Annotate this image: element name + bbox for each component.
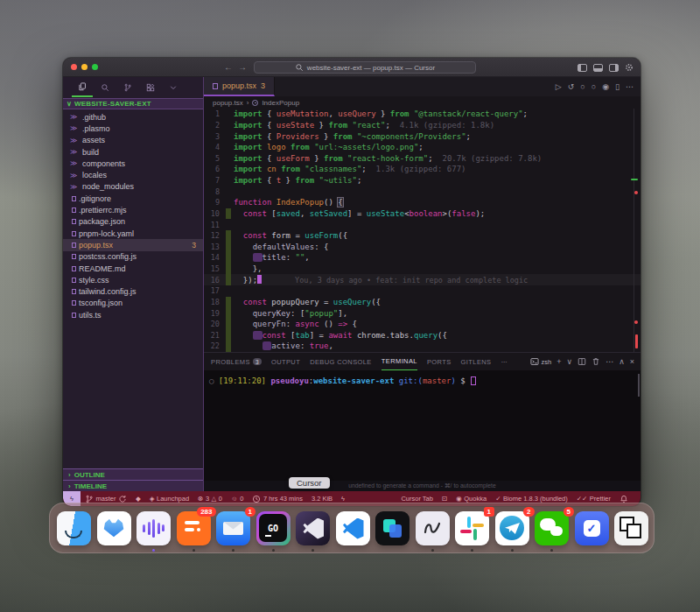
sidebar-section-outline[interactable]: ›OUTLINE — [63, 468, 203, 480]
code-line-20[interactable]: 20 queryFn: async () => { — [204, 319, 640, 330]
tree-item-.prettierrc.mjs[interactable]: .prettierrc.mjs — [63, 204, 203, 215]
code-line-2[interactable]: 2import { useState } from "react"; 4.1k … — [204, 120, 640, 131]
back-button[interactable]: ← — [224, 62, 238, 72]
code-line-11[interactable]: 11 — [204, 219, 640, 230]
close-button[interactable] — [71, 64, 77, 70]
forward-button[interactable]: → — [238, 62, 252, 72]
tree-item-README.md[interactable]: README.md — [63, 263, 203, 274]
next-change-button[interactable]: ○ — [592, 83, 596, 91]
maximize-panel-button[interactable]: ∧ — [619, 358, 625, 366]
dock-audio-waveform-app[interactable] — [136, 511, 171, 545]
dock-things[interactable]: ✓ — [575, 511, 609, 545]
new-terminal-button[interactable]: + — [556, 358, 561, 366]
panel-tab-debug-console[interactable]: DEBUG CONSOLE — [310, 353, 372, 370]
dock-slack[interactable]: 1 — [455, 511, 489, 545]
statusbar-extension-indicator[interactable]: ⊡ — [442, 496, 447, 503]
code-line-4[interactable]: 4import logo from "url:~assets/logo.png"… — [204, 142, 640, 153]
panel-tab-problems[interactable]: PROBLEMS3 — [211, 353, 262, 370]
tab-popup-tsx[interactable]: popup.tsx 3 — [204, 77, 275, 96]
code-line-22[interactable]: 22 active: true, — [204, 341, 640, 352]
tree-item-node_modules[interactable]: ≫node_modules — [63, 181, 203, 193]
zoom-button[interactable] — [92, 64, 98, 70]
activity-item-extensions[interactable] — [140, 78, 161, 97]
toggle-sidebar-icon[interactable] — [578, 64, 587, 72]
statusbar-wakatime[interactable]: 7 hrs 43 mins — [252, 495, 303, 503]
code-line-15[interactable]: 15 }, — [204, 264, 640, 275]
panel-tab-⋯[interactable]: ⋯ — [501, 353, 508, 370]
code-line-1[interactable]: 1import { useMutation, useQuery } from "… — [204, 109, 640, 120]
tree-item-components[interactable]: ≫components — [63, 158, 203, 169]
code-editor[interactable]: 1import { useMutation, useQuery } from "… — [204, 109, 640, 352]
statusbar-cursor-tab[interactable]: Cursor Tab — [401, 495, 433, 503]
dock-vscode[interactable] — [336, 511, 370, 545]
run-button[interactable]: ▷ — [556, 83, 562, 91]
statusbar-git-branch[interactable]: master — [85, 495, 127, 503]
dock-stacked-windows-app[interactable] — [614, 511, 648, 545]
code-line-9[interactable]: 9function IndexPopup() { — [204, 197, 640, 208]
tree-item-utils.ts[interactable]: utils.ts — [63, 309, 203, 320]
terminal-scrollbar[interactable] — [638, 374, 640, 397]
kill-terminal-button[interactable] — [592, 357, 600, 366]
code-line-18[interactable]: 18 const popupQuery = useQuery({ — [204, 297, 640, 308]
tree-item-pnpm-lock.yaml[interactable]: pnpm-lock.yaml — [63, 228, 203, 239]
explorer-project-header[interactable]: ∨ WEBSITE-SAVER-EXT — [63, 98, 203, 109]
statusbar-zap[interactable]: ϟ — [341, 496, 345, 503]
code-line-13[interactable]: 13 defaultValues: { — [204, 242, 640, 253]
run-timer-button[interactable]: ◉ — [602, 83, 609, 91]
terminal-dropdown-button[interactable]: ∨ — [567, 358, 573, 366]
toggle-panel-icon[interactable] — [593, 64, 603, 72]
code-line-5[interactable]: 5import { useForm } from "react-hook-for… — [204, 153, 640, 165]
code-line-7[interactable]: 7import { t } from "~utils"; — [204, 175, 640, 186]
statusbar-notifications[interactable] — [620, 495, 628, 503]
dock-fox-browser[interactable] — [97, 511, 131, 545]
gear-icon[interactable] — [625, 63, 634, 72]
split-terminal-button[interactable] — [578, 357, 586, 366]
statusbar-copilot[interactable]: ◆ — [136, 496, 141, 503]
breadcrumb-symbol[interactable]: IndexPopup — [262, 99, 299, 107]
code-line-3[interactable]: 3import { Providers } from "~components/… — [204, 130, 640, 142]
tree-item-postcss.config.js[interactable]: postcss.config.js — [63, 251, 203, 263]
activity-item-source-control[interactable] — [117, 78, 138, 97]
close-panel-button[interactable]: × — [630, 358, 634, 366]
minimize-button[interactable] — [81, 64, 88, 70]
prev-change-button[interactable]: ○ — [580, 83, 584, 91]
activity-item-explorer[interactable] — [72, 78, 93, 97]
code-line-10[interactable]: 10 const [saved, setSaved] = useState<bo… — [204, 208, 640, 220]
tree-item-.github[interactable]: ≫.github — [63, 111, 203, 123]
dock-wechat[interactable]: 5 — [535, 511, 569, 545]
tree-item-build[interactable]: ≫build — [63, 146, 203, 158]
statusbar-feedback[interactable]: ☺0 — [231, 495, 243, 503]
code-line-14[interactable]: 14 title: "", — [204, 252, 640, 264]
breadcrumb-file[interactable]: popup.tsx — [213, 99, 243, 107]
tree-item-assets[interactable]: ≫assets — [63, 135, 203, 146]
code-line-8[interactable]: 8 — [204, 186, 640, 197]
statusbar-biome[interactable]: ✓Biome 1.8.3 (bundled) — [495, 495, 568, 503]
code-line-17[interactable]: 17 — [204, 285, 640, 297]
panel-tab-ports[interactable]: PORTS — [427, 353, 452, 370]
dock-telegram[interactable]: 2 — [495, 511, 529, 545]
statusbar-prettier[interactable]: ✓✓Prettier — [577, 495, 611, 503]
tree-item-popup.tsx[interactable]: popup.tsx3 — [63, 239, 203, 250]
sidebar-section-timeline[interactable]: ›TIMELINE — [63, 480, 203, 491]
dock-mail[interactable]: 1 — [216, 511, 250, 545]
code-line-21[interactable]: 21 const [tab] = await chrome.tabs.query… — [204, 330, 640, 341]
code-line-16[interactable]: 16 });You, 3 days ago • feat: init repo … — [204, 274, 640, 285]
panel-tab-terminal[interactable]: TERMINAL — [382, 353, 417, 370]
panel-tab-gitlens[interactable]: GITLENS — [461, 353, 492, 370]
tree-item-tailwind.config.js[interactable]: tailwind.config.js — [63, 285, 203, 297]
activity-item-chevron-down[interactable] — [163, 78, 184, 97]
more-button[interactable]: ⋯ — [606, 358, 613, 366]
tree-item-.gitignore[interactable]: .gitignore — [63, 193, 203, 204]
code-line-6[interactable]: 6import cn from "classnames"; 1.3k (gzip… — [204, 164, 640, 175]
dock-news-feed-app[interactable]: 283 — [177, 511, 211, 545]
statusbar-launchpad[interactable]: ◈Launchpad — [150, 495, 189, 503]
tree-item-style.css[interactable]: style.css — [63, 274, 203, 285]
statusbar-problems[interactable]: ⊗3△0 — [198, 495, 222, 503]
split-editor-button[interactable]: ▯ — [615, 83, 620, 91]
more-actions-button[interactable]: ⋯ — [626, 83, 634, 91]
terminal[interactable]: ○ [19:11:20] pseudoyu:website-saver-ext … — [204, 370, 640, 481]
toggle-secondary-sidebar-icon[interactable] — [609, 64, 619, 72]
activity-item-search[interactable] — [94, 78, 116, 97]
statusbar-file-size[interactable]: 3.2 KiB — [312, 495, 332, 503]
code-line-12[interactable]: 12 const form = useForm({ — [204, 230, 640, 242]
